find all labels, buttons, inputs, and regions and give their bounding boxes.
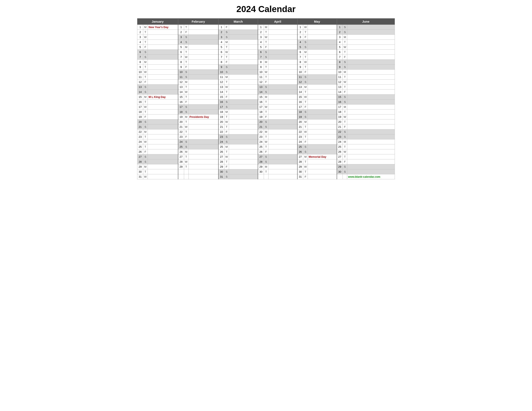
day-num-feb-10: 10 (178, 70, 184, 75)
day-letter-feb-20: T (184, 119, 189, 124)
day-holiday-feb-11 (189, 75, 218, 80)
day-holiday-jan-19 (148, 115, 178, 119)
day-holiday-mar-28 (229, 159, 258, 164)
day-num-apr-24: 24 (258, 139, 264, 144)
day-letter-apr-13: S (264, 85, 268, 90)
day-num-mar-19: 19 (218, 115, 224, 119)
day-num-jan-22: 22 (137, 129, 143, 134)
day-num-jun-28: 28 (337, 159, 343, 164)
day-num-jun-11: 11 (337, 75, 343, 80)
day-num-may-13: 13 (297, 85, 303, 90)
day-letter-jan-11: T (143, 75, 148, 80)
day-num-mar-23: 23 (218, 134, 224, 139)
day-letter-mar-18: M (224, 109, 229, 115)
day-letter-may-5: S (303, 45, 308, 50)
day-num-may-9: 9 (297, 65, 303, 70)
day-letter-may-18: S (303, 109, 308, 115)
day-holiday-apr-8 (268, 60, 297, 65)
day-num-feb-29: 29 (178, 164, 184, 169)
day-letter-mar-21: T (224, 124, 229, 129)
day-holiday-may-16 (308, 100, 337, 105)
day-holiday-may-10 (308, 70, 337, 75)
day-holiday-feb-22 (189, 129, 218, 134)
day-letter-jan-8: M (143, 60, 148, 65)
day-num-jan-23: 23 (137, 134, 143, 139)
day-holiday-mar-26 (229, 149, 258, 154)
day-letter-jun-20: T (343, 119, 347, 124)
day-num-jun-6: 6 (337, 50, 343, 55)
day-letter-apr-19: F (264, 115, 268, 119)
day-letter-jun-25: T (343, 144, 347, 149)
day-holiday-apr-4 (268, 40, 297, 45)
day-holiday-feb-4 (189, 40, 218, 45)
day-letter-jan-2: T (143, 30, 148, 35)
day-letter-jan-27: S (143, 154, 148, 159)
day-holiday-apr-30 (268, 169, 297, 174)
day-letter-apr-3: W (264, 35, 268, 40)
day-holiday-feb-31 (189, 174, 218, 179)
day-holiday-jun-12 (347, 80, 395, 85)
day-holiday-may-8 (308, 60, 337, 65)
day-letter-feb-14: W (184, 90, 189, 95)
day-holiday-apr-6 (268, 50, 297, 55)
day-letter-jun-22: S (343, 129, 347, 134)
day-holiday-apr-12 (268, 80, 297, 85)
day-letter-jun-15: S (343, 95, 347, 100)
day-num-may-23: 23 (297, 134, 303, 139)
day-num-feb-11: 11 (178, 75, 184, 80)
day-num-jan-6: 6 (137, 50, 143, 55)
day-letter-may-6: M (303, 50, 308, 55)
day-holiday-apr-23 (268, 134, 297, 139)
day-letter-jun-18: T (343, 109, 347, 115)
day-holiday-jan-8 (148, 60, 178, 65)
day-num-apr-5: 5 (258, 45, 264, 50)
day-holiday-jun-21 (347, 124, 395, 129)
day-holiday-apr-22 (268, 129, 297, 134)
day-holiday-apr-31 (268, 174, 297, 179)
day-letter-mar-10: S (224, 70, 229, 75)
day-letter-may-2: T (303, 30, 308, 35)
day-holiday-mar-9 (229, 65, 258, 70)
day-holiday-may-11 (308, 75, 337, 80)
day-holiday-jan-7 (148, 55, 178, 60)
day-letter-jan-22: M (143, 129, 148, 134)
day-letter-jan-23: T (143, 134, 148, 139)
day-num-mar-14: 14 (218, 90, 224, 95)
day-holiday-apr-18 (268, 109, 297, 115)
day-letter-jun-1: S (343, 25, 347, 30)
day-letter-jan-31: W (143, 174, 148, 179)
day-letter-jun-26: W (343, 149, 347, 154)
day-letter-may-20: M (303, 119, 308, 124)
day-holiday-apr-9 (268, 65, 297, 70)
day-letter-jan-4: T (143, 40, 148, 45)
day-letter-apr-30: T (264, 169, 268, 174)
day-holiday-jun-24 (347, 139, 395, 144)
header-march: March (218, 19, 258, 25)
day-holiday-jun-16 (347, 100, 395, 105)
day-holiday-apr-16 (268, 100, 297, 105)
day-num-feb-23: 23 (178, 134, 184, 139)
day-num-jan-29: 29 (137, 164, 143, 169)
day-holiday-mar-6 (229, 50, 258, 55)
day-letter-jan-26: F (143, 149, 148, 154)
day-letter-jun-4: T (343, 40, 347, 45)
day-letter-jan-9: T (143, 65, 148, 70)
day-holiday-feb-8 (189, 60, 218, 65)
day-holiday-may-7 (308, 55, 337, 60)
day-letter-feb-25: S (184, 144, 189, 149)
day-holiday-may-29 (308, 164, 337, 169)
day-num-mar-21: 21 (218, 124, 224, 129)
day-holiday-feb-1 (189, 25, 218, 30)
day-num-jun-15: 15 (337, 95, 343, 100)
day-num-feb-3: 3 (178, 35, 184, 40)
day-num-may-1: 1 (297, 25, 303, 30)
day-letter-jun-24: M (343, 139, 347, 144)
day-letter-feb-1: T (184, 25, 189, 30)
day-letter-mar-5: T (224, 45, 229, 50)
day-letter-may-21: T (303, 124, 308, 129)
day-holiday-mar-30 (229, 169, 258, 174)
day-holiday-jun-26 (347, 149, 395, 154)
day-holiday-may-2 (308, 30, 337, 35)
day-num-jan-4: 4 (137, 40, 143, 45)
day-letter-jan-12: F (143, 80, 148, 85)
